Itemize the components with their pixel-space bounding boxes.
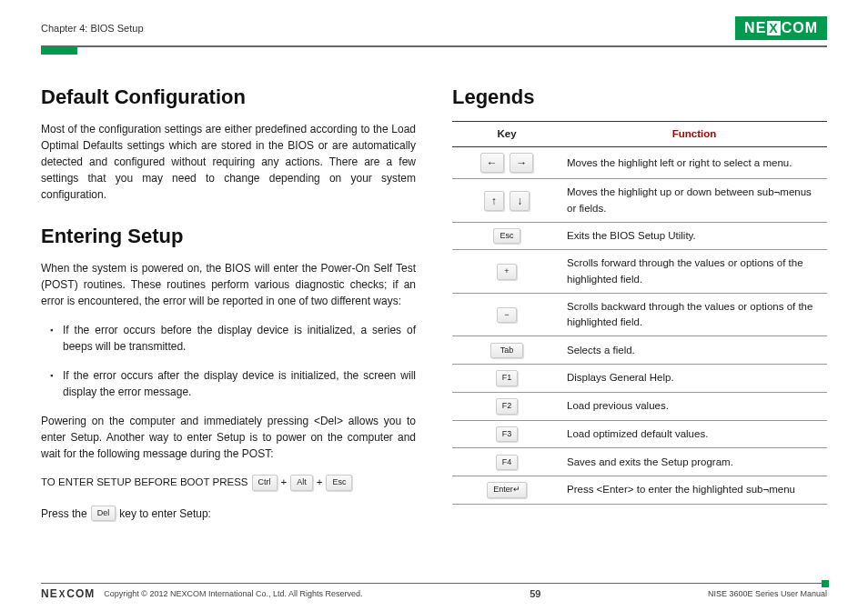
bullet-before-display: If the error occurs before the display d… — [50, 322, 416, 355]
footer-logo: NEXCOM — [41, 587, 95, 600]
footer-rule — [41, 583, 827, 585]
fn-text: Selects a field. — [561, 336, 827, 365]
esc-key-icon: Esc — [326, 475, 352, 491]
fn-text: Press <Enter> to enter the highlighted s… — [561, 476, 827, 505]
chapter-label: Chapter 4: BIOS Setup — [41, 23, 144, 34]
page-number: 59 — [530, 588, 540, 599]
arrow-up-icon: ↑ — [484, 191, 504, 211]
arrow-right-icon: → — [510, 153, 533, 173]
error-bullets: If the error occurs before the display d… — [50, 322, 416, 400]
enter-key-icon: Enter↵ — [487, 482, 527, 498]
header-rule — [41, 45, 827, 47]
th-function: Function — [561, 122, 827, 147]
footer-square-icon — [822, 580, 829, 587]
table-row: EscExits the BIOS Setup Utility. — [452, 222, 827, 250]
flogo-ne: NE — [41, 587, 58, 600]
table-row: +Scrolls forward through the values or o… — [452, 250, 827, 294]
setup-key-combo: TO ENTER SETUP BEFORE BOOT PRESS Ctrl + … — [41, 475, 416, 491]
fn-text: Exits the BIOS Setup Utility. — [561, 222, 827, 250]
fn-text: Scrolls backward through the values or o… — [561, 293, 827, 336]
fn-text: Saves and exits the Setup program. — [561, 448, 827, 476]
table-row: Enter↵Press <Enter> to enter the highlig… — [452, 476, 827, 505]
fn-text: Load previous values. — [561, 392, 827, 420]
press-del-line: Press the Del key to enter Setup: — [41, 506, 416, 522]
para-powering-on: Powering on the computer and immediately… — [41, 413, 416, 462]
right-column: Legends Key Function ← →Moves the highli… — [452, 82, 827, 522]
fn-text: Scrolls forward through the values or op… — [561, 250, 827, 294]
arrow-down-icon: ↓ — [510, 191, 530, 211]
tab-mark — [41, 47, 77, 55]
fn-text: Displays General Help. — [561, 365, 827, 393]
table-row: TabSelects a field. — [452, 336, 827, 365]
para-default-config: Most of the configuration settings are e… — [41, 121, 416, 203]
table-row: F4Saves and exits the Setup program. — [452, 448, 827, 476]
heading-default-config: Default Configuration — [41, 82, 416, 112]
plus-1: + — [281, 475, 288, 490]
plus-2: + — [317, 475, 323, 490]
del-key-icon: Del — [91, 506, 116, 522]
f2-key-icon: F2 — [496, 398, 519, 415]
table-row: F3Load optimized default values. — [452, 420, 827, 448]
content-columns: Default Configuration Most of the config… — [41, 82, 827, 522]
flogo-x: X — [59, 589, 66, 599]
bullet-after-display: If the error occurs after the display de… — [50, 367, 416, 400]
fn-text: Moves the highlight left or right to sel… — [561, 147, 827, 179]
table-row: ↑ ↓Moves the highlight up or down betwee… — [452, 179, 827, 223]
para-entering-setup: When the system is powered on, the BIOS … — [41, 260, 416, 309]
logo-part-com: COM — [782, 20, 818, 36]
arrow-left-icon: ← — [480, 153, 504, 173]
copyright-text: Copyright © 2012 NEXCOM International Co… — [104, 589, 362, 598]
th-key: Key — [452, 122, 561, 147]
logo-part-ne: NE — [744, 20, 766, 36]
f4-key-icon: F4 — [496, 455, 519, 471]
alt-key-icon: Alt — [290, 475, 313, 491]
heading-legends: Legends — [452, 82, 827, 112]
press-prefix: Press the — [41, 506, 87, 522]
table-row: F1Displays General Help. — [452, 365, 827, 393]
esc-key-icon: Esc — [493, 228, 520, 245]
f1-key-icon: F1 — [496, 370, 519, 386]
press-suffix: key to enter Setup: — [119, 506, 211, 522]
minus-key-icon: − — [497, 307, 517, 324]
page-footer: NEXCOM Copyright © 2012 NEXCOM Internati… — [41, 583, 827, 601]
logo-part-x: X — [767, 21, 780, 35]
f3-key-icon: F3 — [496, 426, 519, 443]
flogo-com: COM — [66, 587, 95, 600]
manual-title: NISE 3600E Series User Manual — [708, 589, 827, 598]
heading-entering-setup: Entering Setup — [41, 221, 416, 251]
fn-text: Moves the highlight up or down between s… — [561, 179, 827, 223]
brand-logo: NEXCOM — [735, 16, 827, 40]
ctrl-key-icon: Ctrl — [252, 475, 278, 491]
tab-key-icon: Tab — [490, 343, 523, 359]
table-row: −Scrolls backward through the values or … — [452, 293, 827, 336]
left-column: Default Configuration Most of the config… — [41, 82, 416, 522]
plus-key-icon: + — [497, 264, 517, 280]
setup-prefix: TO ENTER SETUP BEFORE BOOT PRESS — [41, 475, 248, 490]
table-row: ← →Moves the highlight left or right to … — [452, 147, 827, 179]
legends-table: Key Function ← →Moves the highlight left… — [452, 121, 827, 505]
fn-text: Load optimized default values. — [561, 420, 827, 448]
table-row: F2Load previous values. — [452, 392, 827, 420]
page-header: Chapter 4: BIOS Setup NEXCOM — [41, 16, 827, 44]
